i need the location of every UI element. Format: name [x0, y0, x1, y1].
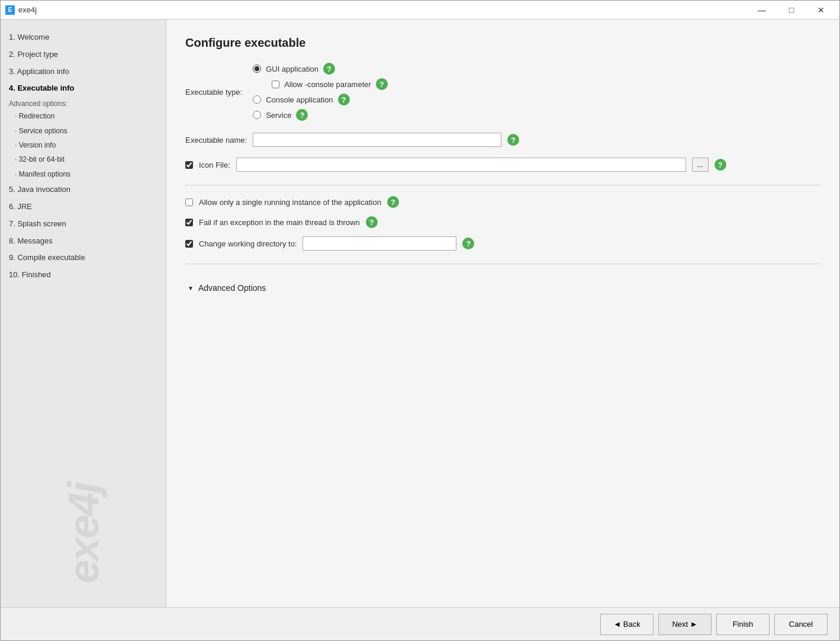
close-button[interactable]: ✕: [807, 1, 835, 20]
sidebar-item-executable-info[interactable]: 4. Executable info: [8, 80, 159, 97]
sidebar-item-service-options[interactable]: · Service options: [8, 124, 159, 138]
executable-name-input[interactable]: [253, 133, 501, 147]
gui-radio-row: GUI application ?: [253, 63, 388, 75]
content-area: Configure executable Executable type: GU…: [166, 20, 839, 607]
sidebar: 1. Welcome 2. Project type 3. Applicatio…: [1, 20, 166, 607]
sidebar-item-application-info[interactable]: 3. Application info: [8, 63, 159, 81]
sidebar-item-redirection[interactable]: · Redirection: [8, 109, 159, 123]
icon-file-help-icon[interactable]: ?: [715, 159, 726, 171]
console-application-label: Console application: [266, 95, 333, 104]
change-working-dir-label: Change working directory to:: [199, 239, 297, 248]
browse-button[interactable]: ...: [692, 158, 709, 172]
page-title: Configure executable: [185, 36, 820, 50]
footer: ◄ Back Next ► Finish Cancel: [1, 607, 839, 640]
executable-name-help-icon[interactable]: ?: [507, 134, 519, 146]
allow-single-instance-label: Allow only a single running instance of …: [199, 198, 381, 207]
app-icon: E: [5, 5, 15, 15]
executable-name-label: Executable name:: [185, 136, 247, 145]
icon-file-input[interactable]: [236, 158, 686, 172]
sidebar-item-splash-screen[interactable]: 7. Splash screen: [8, 216, 159, 233]
allow-single-instance-row: Allow only a single running instance of …: [185, 196, 820, 208]
service-radio-row: Service ?: [253, 109, 388, 121]
fail-exception-help-icon[interactable]: ?: [366, 216, 378, 228]
divider-1: [185, 185, 820, 185]
allow-console-checkbox[interactable]: [272, 81, 279, 88]
divider-2: [185, 264, 820, 264]
sidebar-watermark: exe4j: [59, 483, 108, 584]
sidebar-item-32bit-64bit[interactable]: · 32-bit or 64-bit: [8, 152, 159, 166]
change-working-dir-row: Change working directory to: . ?: [185, 236, 820, 251]
sidebar-advanced-options-label: Advanced options:: [8, 97, 159, 109]
form-section: Executable type: GUI application ? Allow…: [185, 63, 820, 296]
allow-console-help-icon[interactable]: ?: [376, 78, 388, 90]
console-help-icon[interactable]: ?: [338, 94, 350, 105]
allow-console-label: Allow -console parameter: [284, 80, 371, 89]
maximize-button[interactable]: □: [778, 1, 805, 20]
next-button[interactable]: Next ►: [658, 614, 712, 635]
sidebar-item-version-info[interactable]: · Version info: [8, 138, 159, 152]
sidebar-item-java-invocation[interactable]: 5. Java invocation: [8, 181, 159, 198]
change-working-dir-input[interactable]: .: [302, 236, 456, 251]
back-button[interactable]: ◄ Back: [600, 614, 654, 635]
executable-type-label: Executable type:: [185, 88, 242, 97]
sidebar-item-finished[interactable]: 10. Finished: [8, 267, 159, 284]
sidebar-item-messages[interactable]: 8. Messages: [8, 233, 159, 250]
gui-radio[interactable]: [253, 65, 261, 73]
cancel-button[interactable]: Cancel: [774, 614, 828, 635]
change-working-dir-checkbox[interactable]: [185, 240, 193, 248]
icon-file-checkbox[interactable]: [185, 161, 193, 169]
sidebar-item-compile-executable[interactable]: 9. Compile executable: [8, 249, 159, 267]
fail-exception-label: Fail if an exception in the main thread …: [199, 218, 360, 227]
allow-single-instance-checkbox[interactable]: [185, 198, 193, 206]
gui-help-icon[interactable]: ?: [323, 63, 335, 75]
gui-application-label: GUI application: [266, 65, 318, 73]
console-radio[interactable]: [253, 95, 261, 104]
fail-exception-row: Fail if an exception in the main thread …: [185, 216, 820, 228]
icon-file-label: Icon File:: [199, 161, 230, 169]
window-controls: — □ ✕: [748, 1, 835, 20]
sidebar-item-manifest-options[interactable]: · Manifest options: [8, 167, 159, 181]
advanced-options-label: Advanced Options: [198, 283, 266, 293]
title-bar: E exe4j — □ ✕: [1, 1, 839, 20]
change-working-dir-help-icon[interactable]: ?: [462, 238, 474, 249]
fail-exception-checkbox[interactable]: [185, 219, 193, 226]
allow-console-row: Allow -console parameter ?: [253, 78, 388, 90]
sidebar-item-project-type[interactable]: 2. Project type: [8, 46, 159, 63]
executable-type-row: Executable type: GUI application ? Allow…: [185, 63, 820, 121]
triangle-icon: ▼: [188, 285, 194, 291]
finish-button[interactable]: Finish: [716, 614, 770, 635]
window-title: exe4j: [18, 5, 748, 14]
console-radio-row: Console application ?: [253, 94, 388, 105]
sidebar-item-jre[interactable]: 6. JRE: [8, 198, 159, 216]
allow-single-instance-help-icon[interactable]: ?: [387, 196, 399, 208]
minimize-button[interactable]: —: [748, 1, 775, 20]
service-radio[interactable]: [253, 111, 261, 119]
advanced-options-toggle[interactable]: ▼ Advanced Options: [185, 280, 820, 296]
icon-file-row: Icon File: ... ?: [185, 158, 820, 172]
service-label: Service: [266, 111, 291, 120]
service-help-icon[interactable]: ?: [296, 109, 308, 121]
executable-name-row: Executable name: ?: [185, 133, 820, 147]
sidebar-item-welcome[interactable]: 1. Welcome: [8, 29, 159, 46]
main-content: 1. Welcome 2. Project type 3. Applicatio…: [1, 20, 839, 607]
executable-type-group: GUI application ? Allow -console paramet…: [253, 63, 388, 121]
